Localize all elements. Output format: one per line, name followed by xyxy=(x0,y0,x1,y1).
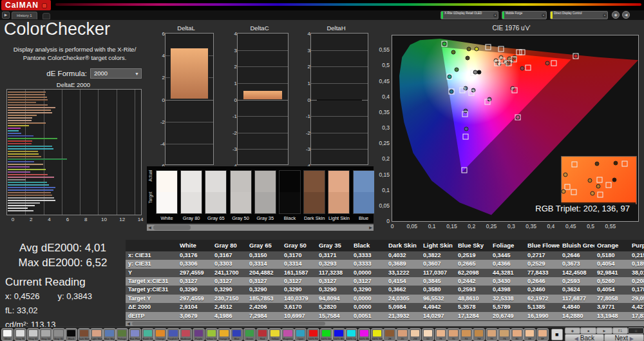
display-control-button[interactable]: Direct Display Control ▾ xyxy=(550,11,608,19)
next-button[interactable]: Next ▶ xyxy=(604,334,644,341)
patch-gray-50[interactable] xyxy=(230,170,252,214)
patch-chip-blue[interactable]: Blue xyxy=(231,328,243,341)
patch-blue[interactable] xyxy=(353,170,375,214)
patch-chip-orange-yellow[interactable]: Orange Yellow xyxy=(218,328,230,341)
table-cell: 7,2984 xyxy=(247,312,281,320)
transport-button[interactable]: F1 xyxy=(612,327,629,334)
patch-chip-blue-sky[interactable]: Blue Sky xyxy=(103,328,115,341)
patch-chip-foliage[interactable]: Foliage xyxy=(116,328,128,341)
patch-chip-8f[interactable]: 8F xyxy=(536,328,549,341)
patch-chip-red[interactable]: Red xyxy=(256,328,269,341)
patch-gray-35[interactable] xyxy=(254,170,276,214)
column-header: Gray 50 xyxy=(281,240,316,251)
table-cell: 0,2646 xyxy=(560,251,594,260)
patch-chip-100--cyan[interactable]: 100% Cyan xyxy=(345,328,357,341)
patch-chip-5d[interactable]: 5D xyxy=(422,328,434,341)
scrollbar-thumb[interactable] xyxy=(132,322,325,326)
patch-chip-gray-65[interactable]: Gray 65 xyxy=(27,328,39,341)
patch-chip-100--yellow[interactable]: 100% Yellow xyxy=(371,328,383,341)
reading-x-value: x: 0,4526 xyxy=(5,291,40,301)
patch-chip-yellow[interactable]: Yellow xyxy=(269,328,281,341)
chip-label: White xyxy=(2,337,13,340)
patch-chip-purplish-blue[interactable]: Purplish Blue xyxy=(167,328,179,341)
patch-chip-cyan[interactable]: Cyan xyxy=(294,328,307,341)
patch-chip-7e[interactable]: 7E xyxy=(435,328,447,341)
back-button[interactable]: ◀ Back xyxy=(565,334,605,341)
transport-button[interactable]: ■ xyxy=(580,327,596,334)
settings-gear-icon[interactable]: ◉ xyxy=(612,11,620,19)
logo-menu-button[interactable] xyxy=(42,3,47,8)
patch-chip-7g[interactable]: 7G xyxy=(460,328,472,341)
deltae-bar xyxy=(8,153,39,155)
patch-light-skin[interactable] xyxy=(328,170,350,214)
patch-chip-100--blue[interactable]: 100% Blue xyxy=(332,328,345,341)
scroll-right-icon[interactable]: ▶ xyxy=(368,224,374,231)
patch-chip-100--magenta[interactable]: 100% Magenta xyxy=(358,328,370,341)
patch-chip-7r[interactable]: 7R xyxy=(486,328,498,341)
patch-gray-80[interactable] xyxy=(180,170,202,214)
stop-measure-button[interactable]: ■ xyxy=(551,329,563,340)
patch-chip-gray-80[interactable]: Gray 80 xyxy=(14,328,26,341)
y-tick-label: 4 xyxy=(157,53,165,59)
next-arrow-icon: ▶ xyxy=(630,336,634,341)
patch-chip-7m[interactable]: 7M xyxy=(473,328,485,341)
tab-history-1[interactable]: History 1 xyxy=(12,12,37,19)
table-cell: 0,0000 xyxy=(351,269,386,277)
y-tick-label: 0,55 xyxy=(379,46,390,53)
patch-chip-8d[interactable]: 8D xyxy=(511,328,523,341)
patch-chip-orange[interactable]: Orange xyxy=(154,328,166,341)
table-scrollbar[interactable]: ◀ xyxy=(126,321,644,326)
target-marker xyxy=(462,168,468,173)
scroll-left-icon[interactable]: ◀ xyxy=(147,224,153,231)
deltae-bar xyxy=(8,130,19,132)
patch-strip-scrollbar[interactable]: ◀ ▶ xyxy=(147,224,374,231)
de-formula-dropdown[interactable]: 2000 ▼ xyxy=(90,68,142,79)
patch-chip-2e[interactable]: 2E xyxy=(383,328,395,341)
patch-target xyxy=(156,192,177,213)
transport-button[interactable]: ▶ xyxy=(596,327,612,334)
patch-chip-purple[interactable]: Purple xyxy=(193,328,205,341)
patch-chip-black[interactable]: Black xyxy=(65,328,77,341)
deltae-bar xyxy=(8,125,29,126)
patch-chip-dark-skin[interactable]: Dark Skin xyxy=(78,328,90,341)
session-play-icon[interactable]: ▶ xyxy=(2,12,10,19)
patch-chip-100--green[interactable]: 100% Green xyxy=(320,328,332,341)
transport-button[interactable]: ◉ xyxy=(565,327,581,334)
patch-chip-moderate-red[interactable]: Moderate Red xyxy=(180,328,192,341)
gridline xyxy=(238,50,288,51)
patch-chip-8e[interactable]: 8E xyxy=(524,328,536,341)
table-cell: 140,0379 xyxy=(281,295,316,303)
patch-chip-7d[interactable]: 7D xyxy=(447,328,459,341)
tab-add-stub[interactable] xyxy=(43,13,50,19)
patch-chip-yellow-green[interactable]: Yellow Green xyxy=(205,328,218,341)
patch-chip-magenta[interactable]: Magenta xyxy=(281,328,294,341)
target-marker xyxy=(598,192,603,198)
deltae-bar xyxy=(8,92,46,93)
patch-chip-gray-50[interactable]: Gray 50 xyxy=(39,328,52,341)
patch-gray-65[interactable] xyxy=(205,170,227,214)
table-cell: 0,2460 xyxy=(525,286,560,294)
meter-device-button[interactable]: X-Rite i1Display Retail OLED ▾ xyxy=(440,11,498,19)
patch-chip-gray-35[interactable]: Gray 35 xyxy=(52,328,64,341)
patch-white[interactable] xyxy=(156,170,178,214)
collapse-panel-icon[interactable]: ◀ xyxy=(622,11,630,19)
patch-black[interactable] xyxy=(279,170,301,214)
patch-chip-2d[interactable]: 2D xyxy=(396,328,408,341)
measured-marker xyxy=(563,173,567,177)
patch-chip-white[interactable]: White xyxy=(1,328,14,341)
patch-dark-skin[interactable] xyxy=(303,170,325,214)
table-header-row: WhiteGray 80Gray 65Gray 50Gray 35BlackDa… xyxy=(126,240,644,251)
source-device-button[interactable]: Mobile Forge ▾ xyxy=(502,11,547,19)
patch-chip-light-skin[interactable]: Light Skin xyxy=(90,328,102,341)
patch-chip-blue-flower[interactable]: Blue Flower xyxy=(129,328,141,341)
patch-chip-7s[interactable]: 7S xyxy=(498,328,510,341)
table-cell: 0,0000 xyxy=(351,295,386,303)
transport-button[interactable]: ▣ xyxy=(628,327,644,334)
patch-chip-100--red[interactable]: 100% Red xyxy=(307,328,319,341)
scrollbar-thumb[interactable] xyxy=(153,225,191,230)
deltae-bar xyxy=(8,102,36,103)
patch-chip-green[interactable]: Green xyxy=(243,328,256,341)
patch-chip-bluish-green[interactable]: Bluish Green xyxy=(142,328,154,341)
patch-chip-2w[interactable]: 2W xyxy=(409,328,421,341)
target-marker xyxy=(462,111,468,117)
